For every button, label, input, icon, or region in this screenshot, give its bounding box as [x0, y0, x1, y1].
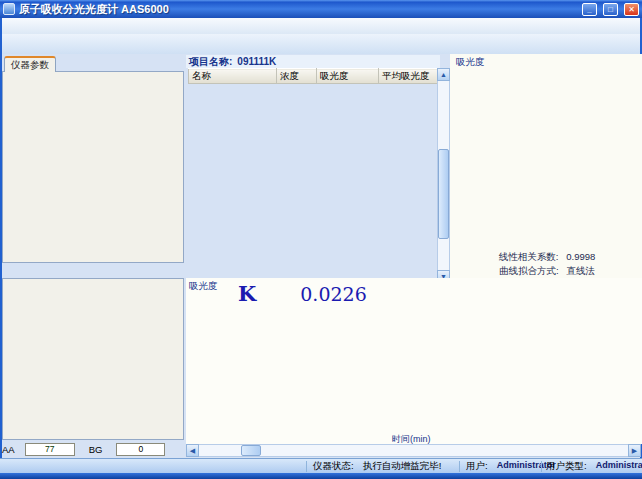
- toolbar: [2, 34, 640, 54]
- close-button[interactable]: ✕: [624, 3, 639, 16]
- aa-label: AA: [2, 444, 15, 455]
- status-divider: [541, 461, 542, 472]
- aa-energy-value: 77: [26, 444, 74, 455]
- project-name: 091111K: [237, 56, 276, 67]
- maximize-button[interactable]: □: [603, 3, 618, 16]
- dynamics-scrollbar[interactable]: ◀ ▶: [186, 444, 641, 457]
- window-frame-bottom: [0, 473, 642, 479]
- app-icon: [3, 3, 15, 15]
- table-scroll-thumb[interactable]: [438, 149, 449, 239]
- user-label: 用户:: [466, 460, 488, 473]
- col-name[interactable]: 名称: [189, 69, 277, 84]
- project-row: 项目名称: 091111K: [186, 55, 440, 68]
- fit-method-row: 曲线拟合方式: 直线法: [452, 265, 642, 278]
- correlation-value: 0.9998: [566, 251, 595, 264]
- user-status: 用户: Administrator: [466, 460, 556, 473]
- flame-params-panel: [2, 278, 184, 440]
- fit-method-value: 直线法: [567, 265, 596, 278]
- results-table: 名称 浓度 吸光度 平均吸光度: [188, 68, 438, 84]
- dynamics-chart: [186, 278, 642, 444]
- bg-energy-value: 0: [116, 443, 165, 456]
- tab-instrument-params[interactable]: 仪器参数: [4, 56, 56, 72]
- scroll-up-arrow-icon[interactable]: ▲: [437, 68, 450, 81]
- bg-label: BG: [89, 444, 103, 455]
- dynamics-scroll-thumb[interactable]: [241, 445, 261, 456]
- energy-readout-row: AA 77 BG 0: [2, 442, 184, 457]
- user-type-label: 用户类型:: [546, 460, 587, 473]
- project-label: 项目名称:: [189, 55, 232, 69]
- table-scrollbar[interactable]: ▲ ▼: [437, 68, 450, 283]
- correlation-row: 线性相关系数: 0.9998: [452, 251, 642, 264]
- instrument-status-value: 执行自动增益完毕!: [363, 460, 442, 473]
- menu-bar: [2, 18, 640, 34]
- window-title: 原子吸收分光光度计 AAS6000: [19, 2, 576, 17]
- col-absorbance[interactable]: 吸光度: [317, 69, 379, 84]
- status-bar: 仪器状态: 执行自动增益完毕! 用户: Administrator 用户类型: …: [0, 458, 642, 473]
- status-divider: [306, 461, 307, 472]
- title-bar: 原子吸收分光光度计 AAS6000 _ □ ✕: [0, 0, 642, 18]
- status-divider: [459, 461, 460, 472]
- scroll-left-arrow-icon[interactable]: ◀: [186, 444, 199, 457]
- instrument-params-panel: [2, 71, 184, 263]
- minimize-button[interactable]: _: [582, 3, 597, 16]
- results-header-row: 名称 浓度 吸光度 平均吸光度: [189, 69, 438, 84]
- col-concentration[interactable]: 浓度: [277, 69, 317, 84]
- instrument-status-label: 仪器状态:: [313, 460, 354, 473]
- calibration-chart: [452, 60, 640, 250]
- correlation-label: 线性相关系数:: [499, 251, 559, 264]
- instrument-status: 仪器状态: 执行自动增益完毕!: [313, 460, 441, 473]
- col-avg-absorbance[interactable]: 平均吸光度: [379, 69, 438, 84]
- fit-method-label: 曲线拟合方式:: [499, 265, 559, 278]
- user-type-value: Administrator: [596, 460, 642, 473]
- params-tab-row: 仪器参数: [4, 56, 57, 72]
- app-window: { "window": { "title": "原子吸收分光光度计 AAS600…: [0, 0, 642, 479]
- user-type-status: 用户类型: Administrator: [546, 460, 642, 473]
- aa-energy-bar: 77: [25, 443, 75, 456]
- scroll-right-arrow-icon[interactable]: ▶: [628, 444, 641, 457]
